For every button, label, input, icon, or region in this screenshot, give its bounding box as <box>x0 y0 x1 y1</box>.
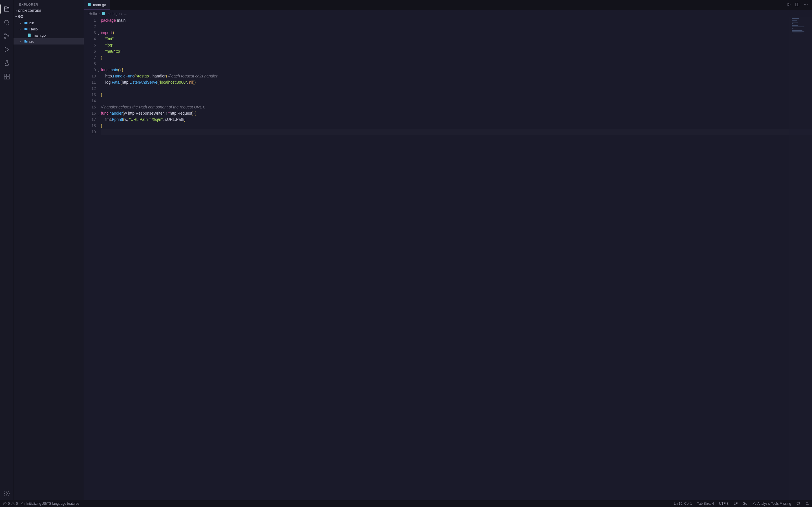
line-number: 13 <box>84 92 96 98</box>
chevron-right-icon: › <box>18 21 22 25</box>
breadcrumb-symbol[interactable]: ... <box>124 11 128 16</box>
search-activity-item[interactable] <box>0 16 13 29</box>
fold-icon[interactable]: ⌄ <box>97 68 100 74</box>
line-number: 8 <box>84 61 96 67</box>
svg-rect-5 <box>4 77 6 79</box>
svg-point-14 <box>807 4 808 5</box>
line-number: 19 <box>84 129 96 135</box>
line-number: 18 <box>84 122 96 129</box>
folder-item-src[interactable]: ›src <box>13 38 84 45</box>
code-line[interactable]: import ( <box>101 30 812 36</box>
svg-point-8 <box>6 493 8 494</box>
breadcrumbs[interactable]: Hello › main.go › ... <box>84 10 812 17</box>
run-icon[interactable] <box>786 2 791 8</box>
code-line[interactable]: func handler(w http.ResponseWriter, r *h… <box>101 110 812 116</box>
line-number: 10 <box>84 73 96 79</box>
chevron-right-icon: › <box>99 11 100 16</box>
root-folder-label: GO <box>18 15 23 18</box>
line-number: 9⌄ <box>84 67 96 73</box>
open-editors-label: OPEN EDITORS <box>18 9 42 12</box>
open-editors-header[interactable]: › OPEN EDITORS <box>13 8 84 13</box>
code-content[interactable]: package main import ( "fmt" "log" "net/h… <box>101 17 812 500</box>
status-task[interactable]: Initializing JS/TS language features <box>21 502 79 506</box>
code-line[interactable]: // handler echoes the Path component of … <box>101 104 812 110</box>
chevron-down-icon: › <box>14 16 18 17</box>
status-bell-icon[interactable] <box>805 502 809 506</box>
tree-item-label: bin <box>29 21 34 25</box>
tab-main-go[interactable]: main.go <box>84 0 110 10</box>
svg-point-1 <box>4 34 6 35</box>
status-encoding[interactable]: UTF-8 <box>719 502 728 506</box>
breadcrumb-folder[interactable]: Hello <box>89 11 97 16</box>
go-file-icon <box>87 3 91 7</box>
svg-rect-4 <box>4 74 6 76</box>
warning-count: 0 <box>16 502 18 506</box>
folder-icon <box>24 39 28 44</box>
source-control-activity-item[interactable] <box>0 29 13 43</box>
svg-rect-7 <box>7 74 9 76</box>
chevron-right-icon: › <box>16 9 17 12</box>
svg-point-13 <box>806 4 806 5</box>
status-cursor-position[interactable]: Ln 19, Col 1 <box>674 502 692 506</box>
explorer-activity-item[interactable] <box>0 2 13 16</box>
code-line[interactable]: ) <box>101 54 812 61</box>
line-number: 1 <box>84 17 96 23</box>
svg-rect-9 <box>28 34 31 37</box>
line-number: 11 <box>84 79 96 86</box>
status-language[interactable]: Go <box>743 502 747 506</box>
root-folder-header[interactable]: › GO <box>13 13 84 20</box>
code-line[interactable]: fmt.Fprintf(w, "URL.Path = %q\n", r.URL.… <box>101 116 812 122</box>
code-line[interactable]: "fmt" <box>101 36 812 42</box>
code-line[interactable]: package main <box>101 17 812 23</box>
folder-item-hello[interactable]: ›Hello <box>13 26 84 32</box>
line-number: 4 <box>84 36 96 42</box>
code-line[interactable] <box>101 86 812 92</box>
editor-body[interactable]: 123⌄456789⌄10111213141516⌄171819 package… <box>84 17 812 500</box>
svg-rect-15 <box>102 12 105 15</box>
code-line[interactable] <box>101 61 812 67</box>
fold-icon[interactable]: ⌄ <box>97 31 100 37</box>
status-feedback-icon[interactable] <box>796 502 800 506</box>
code-line[interactable]: "log" <box>101 42 812 48</box>
status-analysis-warning[interactable]: Analysis Tools Missing <box>752 502 791 506</box>
chevron-right-icon: › <box>18 40 22 44</box>
status-eol[interactable]: LF <box>733 502 738 506</box>
line-number: 5 <box>84 42 96 48</box>
line-number: 3⌄ <box>84 30 96 36</box>
code-line[interactable] <box>101 23 812 30</box>
extensions-activity-item[interactable] <box>0 70 13 83</box>
run-debug-activity-item[interactable] <box>0 43 13 56</box>
line-number: 17 <box>84 116 96 122</box>
code-line[interactable]: "net/http" <box>101 48 812 54</box>
code-line[interactable]: log.Fatal(http.ListenAndServe("localhost… <box>101 79 812 86</box>
line-number: 15 <box>84 104 96 110</box>
file-item-main-go[interactable]: main.go <box>13 32 84 38</box>
testing-activity-item[interactable] <box>0 56 13 70</box>
error-count: 0 <box>8 502 10 506</box>
svg-rect-10 <box>88 3 91 6</box>
more-actions-icon[interactable] <box>804 2 808 8</box>
svg-point-12 <box>804 4 805 5</box>
code-line[interactable]: http.HandleFunc("/testgo", handler) // e… <box>101 73 812 79</box>
code-line[interactable] <box>101 129 812 135</box>
split-editor-icon[interactable] <box>795 2 800 8</box>
line-number: 12 <box>84 86 96 92</box>
status-problems[interactable]: 0 0 <box>3 502 18 506</box>
sidebar-title: EXPLORER <box>13 0 84 8</box>
chevron-right-icon: › <box>121 11 122 16</box>
code-line[interactable]: } <box>101 92 812 98</box>
code-line[interactable]: } <box>101 122 812 129</box>
settings-gear-icon[interactable] <box>0 487 13 500</box>
tab-label: main.go <box>93 3 106 7</box>
go-file-icon <box>27 33 32 38</box>
fold-icon[interactable]: ⌄ <box>97 111 100 117</box>
status-tab-size[interactable]: Tab Size: 4 <box>697 502 714 506</box>
tab-bar: main.go <box>84 0 812 10</box>
folder-item-bin[interactable]: ›bin <box>13 20 84 26</box>
code-line[interactable] <box>101 98 812 104</box>
breadcrumb-file[interactable]: main.go <box>101 11 119 16</box>
tree-item-label: main.go <box>33 33 46 38</box>
editor-area: main.go Hello › main.go › ... 123⌄456789… <box>84 0 812 500</box>
chevron-down-icon: › <box>18 27 22 31</box>
code-line[interactable]: func main() { <box>101 67 812 73</box>
